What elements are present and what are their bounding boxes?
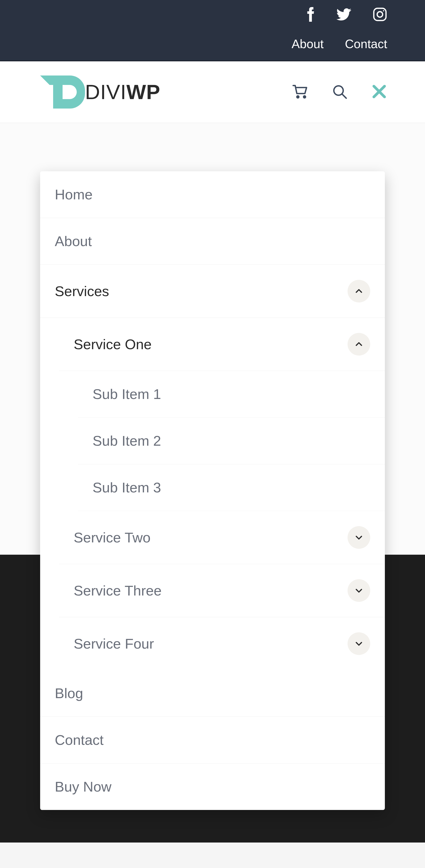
chevron-down-icon[interactable] — [347, 579, 370, 602]
menu-item-sub-3[interactable]: Sub Item 3 — [78, 464, 385, 511]
menu-label: Blog — [55, 685, 83, 702]
menu-label: Sub Item 1 — [92, 386, 161, 402]
logo-mark-icon — [40, 75, 85, 108]
logo[interactable]: DIVIWP — [40, 75, 160, 108]
svg-rect-0 — [374, 8, 386, 21]
page-body: Home About Services Service One Sub Item… — [0, 123, 425, 842]
svg-point-1 — [377, 11, 382, 17]
top-bar: About Contact — [0, 0, 425, 61]
menu-label: Services — [55, 283, 109, 300]
menu-label: Service Four — [74, 636, 154, 652]
menu-label: Sub Item 3 — [92, 479, 161, 496]
svg-point-3 — [297, 96, 299, 98]
menu-item-buy-now[interactable]: Buy Now — [40, 764, 385, 810]
menu-label: Service Three — [74, 583, 162, 599]
chevron-up-icon[interactable] — [347, 333, 370, 355]
menu-label: About — [55, 233, 92, 249]
menu-item-about[interactable]: About — [40, 218, 385, 265]
menu-label: Home — [55, 186, 92, 203]
svg-line-6 — [342, 94, 346, 98]
menu-item-service-two[interactable]: Service Two — [59, 511, 385, 564]
logo-text-bold: WP — [126, 80, 160, 104]
menu-item-blog[interactable]: Blog — [40, 670, 385, 717]
header-actions — [292, 84, 387, 100]
menu-item-service-three[interactable]: Service Three — [59, 564, 385, 617]
submenu-services: Service One Sub Item 1 Sub Item 2 Sub It… — [59, 318, 385, 670]
menu-item-service-one[interactable]: Service One — [59, 318, 385, 371]
search-icon[interactable] — [332, 84, 347, 100]
menu-label: Buy Now — [55, 779, 111, 795]
mobile-menu: Home About Services Service One Sub Item… — [40, 171, 385, 810]
menu-label: Service Two — [74, 529, 151, 546]
cart-icon[interactable] — [292, 84, 308, 100]
social-row — [307, 7, 387, 23]
topbar-link-about[interactable]: About — [291, 37, 324, 51]
menu-item-contact[interactable]: Contact — [40, 717, 385, 764]
menu-item-sub-1[interactable]: Sub Item 1 — [78, 371, 385, 417]
header-bar: DIVIWP — [0, 61, 425, 123]
chevron-up-icon[interactable] — [347, 280, 370, 303]
chevron-down-icon[interactable] — [347, 632, 370, 655]
logo-text-thin: DIVI — [85, 80, 126, 104]
logo-text: DIVIWP — [85, 80, 160, 104]
svg-point-2 — [383, 10, 384, 11]
topbar-link-contact[interactable]: Contact — [345, 37, 387, 51]
facebook-icon[interactable] — [307, 7, 315, 23]
menu-label: Service One — [74, 336, 151, 352]
topbar-links: About Contact — [291, 37, 387, 51]
submenu-service-one: Sub Item 1 Sub Item 2 Sub Item 3 — [78, 371, 385, 511]
instagram-icon[interactable] — [373, 7, 387, 23]
menu-item-sub-2[interactable]: Sub Item 2 — [78, 417, 385, 464]
twitter-icon[interactable] — [337, 7, 351, 23]
menu-item-home[interactable]: Home — [40, 171, 385, 218]
chevron-down-icon[interactable] — [347, 526, 370, 549]
menu-label: Sub Item 2 — [92, 433, 161, 449]
close-icon[interactable] — [371, 84, 387, 100]
menu-item-services[interactable]: Services — [40, 265, 385, 318]
menu-label: Contact — [55, 732, 104, 748]
menu-item-service-four[interactable]: Service Four — [59, 617, 385, 670]
svg-point-4 — [304, 96, 306, 98]
